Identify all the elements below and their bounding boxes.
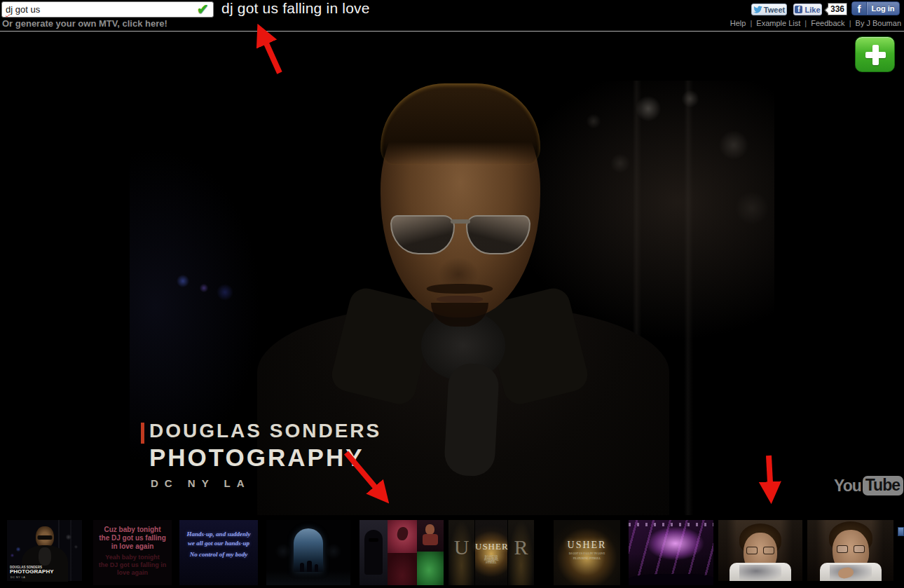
collage-panel-middle (388, 520, 417, 585)
photo-credit: DOUGLAS SONDERS PHOTOGRAPHY DC NY LA (141, 418, 505, 502)
tshirt-graphic (739, 565, 781, 580)
filmstrip: DOUGLAS SONDERS PHOTOGRAPHY DC NY LA Cuz… (0, 520, 904, 586)
lyric-line-dim: the DJ got us falling in (93, 561, 172, 569)
header-bar: dj got us ✔ Or generate your own MTV, cl… (0, 0, 904, 32)
thumbnail-video-collage[interactable] (359, 520, 444, 585)
login-label: Log in (867, 4, 899, 13)
search-input[interactable]: dj got us (1, 1, 214, 18)
tweet-label: Tweet (764, 6, 785, 14)
sunglasses-left-lens (390, 215, 455, 254)
mini-credit-2: PHOTOGRAPHY (10, 568, 54, 575)
lyric-line: Hands-up, and suddenly (179, 530, 258, 539)
link-separator: | (804, 19, 807, 27)
person-head (425, 524, 434, 535)
example-list-link[interactable]: Example List (756, 19, 800, 27)
lyric-line-dim: love again (93, 569, 172, 577)
dark-person-panel (417, 520, 444, 552)
webcam-room (718, 520, 802, 581)
thumbnail-usher-portrait[interactable]: DOUGLAS SONDERS PHOTOGRAPHY DC NY LA (7, 520, 85, 585)
thumbnail-webcam-kid-1[interactable] (718, 520, 802, 585)
youtube-logo[interactable]: You Tube (834, 476, 903, 495)
silhouette (315, 564, 318, 572)
mini-credit-3: DC NY LA (11, 576, 25, 579)
facebook-f-icon: f (852, 2, 867, 15)
credit-line-2: PHOTOGRAPHY (149, 444, 364, 472)
cover-panel-center: USHER DJ GOT US FALLIN' IN LOVE FEATURIN… (475, 520, 508, 585)
add-button[interactable] (855, 36, 895, 72)
tweet-button[interactable]: Tweet (751, 4, 787, 15)
youtube-logo-you: You (834, 477, 861, 495)
cover-title: USHER (475, 541, 507, 552)
credit-red-mark (141, 423, 144, 444)
current-song-title: dj got us falling in love (221, 0, 370, 17)
usher-mustache (427, 284, 493, 294)
spellcheck-ok-icon: ✔ (197, 1, 209, 18)
link-separator: | (849, 19, 851, 27)
lyric-line: the DJ got us falling (93, 534, 172, 542)
search-text: got us (13, 4, 40, 15)
stage-truss-lights (629, 523, 713, 526)
singer-face (396, 526, 409, 542)
webcam-room (807, 520, 893, 581)
help-link[interactable]: Help (730, 19, 746, 27)
lyric-line: Cuz baby tonight (93, 526, 172, 534)
search-text-misspelled: dj (6, 4, 13, 15)
plus-icon (872, 45, 879, 65)
usher-mouth (437, 296, 483, 303)
usher-hair (381, 83, 540, 165)
mini-sunglasses (37, 535, 52, 540)
twitter-bird-icon (753, 6, 762, 13)
silhouette (307, 561, 312, 572)
thumbnail-usher-cover-triptych[interactable]: U USHER DJ GOT US FALLIN' IN LOVE FEATUR… (448, 520, 535, 585)
sunglasses-right-lens (466, 215, 530, 254)
glasses-left-lens (837, 545, 848, 553)
arrow-to-song-title (261, 31, 280, 73)
cover-title: USHER (554, 540, 620, 551)
generate-mtv-link[interactable]: Or generate your own MTV, click here! (2, 18, 167, 29)
glasses-right-lens (854, 545, 865, 553)
thumbnail-webcam-kid-2[interactable] (807, 520, 893, 585)
person-shirt (423, 534, 438, 545)
red-silhouette-panel (388, 553, 417, 585)
collage-panel-hooded (359, 520, 388, 585)
pink-singer-panel (388, 520, 417, 553)
like-button[interactable]: f Like (793, 4, 822, 15)
video-player[interactable]: DOUGLAS SONDERS PHOTOGRAPHY DC NY LA (130, 81, 774, 515)
facebook-login-button[interactable]: f Log in (851, 1, 900, 15)
thumbnail-lyrics-blue[interactable]: Hands-up, and suddenly we all got our ha… (179, 520, 258, 585)
like-count-bubble: 336 (828, 3, 847, 15)
author-credit-link[interactable]: By J Bouman (856, 19, 901, 27)
thumbnail-lyrics-pink[interactable]: Cuz baby tonight the DJ got us falling i… (93, 520, 172, 585)
thumbnail-concert-stage[interactable] (629, 520, 713, 585)
sunglasses (390, 211, 530, 256)
cover-subtitle-2: FEATURING PITBULL (481, 559, 502, 563)
youtube-logo-tube: Tube (863, 476, 903, 495)
cover-subtitle-2: FEATURING PITBULL (565, 557, 609, 560)
glasses-right-lens (763, 547, 774, 554)
cover-letter: R (508, 535, 534, 559)
cover-letter: U (448, 535, 474, 559)
figure-sunglasses (369, 538, 378, 542)
facebook-f-icon: f (795, 6, 802, 13)
crowd-silhouette (629, 574, 713, 585)
cover-panel-left: U (448, 520, 475, 585)
feedback-link[interactable]: Feedback (811, 19, 844, 27)
sunglasses-bridge (451, 219, 470, 224)
lyric-line: in love again (93, 542, 172, 551)
hooded-figure (364, 530, 383, 575)
like-label: Like (804, 6, 820, 14)
arch-window (294, 528, 323, 572)
silhouette (300, 563, 304, 572)
thumbnail-archway-scene[interactable] (266, 520, 350, 585)
cover-panel-right: R (508, 520, 535, 585)
link-separator: | (750, 19, 752, 27)
collage-panel-right (417, 520, 444, 585)
thumbnail-usher-single-cover[interactable]: USHER DJ GOT US FALLIN' IN LOVE FEATURIN… (554, 520, 620, 585)
credit-line-1: DOUGLAS SONDERS (149, 420, 381, 442)
lyric-line: No control of my body (179, 550, 258, 559)
green-hand-panel (417, 552, 444, 585)
thumbnail-image: DOUGLAS SONDERS PHOTOGRAPHY DC NY LA (7, 520, 82, 581)
cover-subtitle-1: DJ GOT US FALLIN' IN LOVE (565, 552, 609, 555)
glasses-left-lens (746, 547, 758, 554)
glasses-icon (837, 545, 865, 554)
